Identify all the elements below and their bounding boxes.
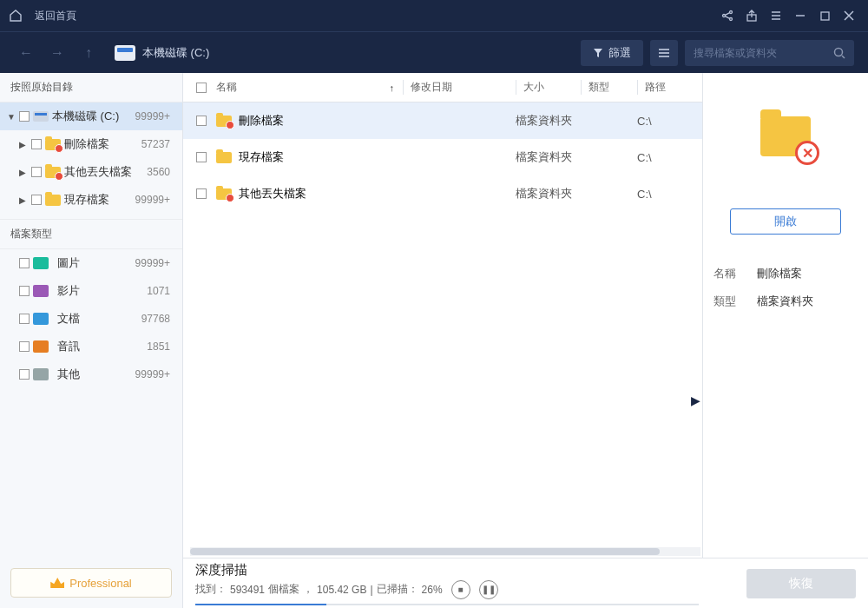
location-bar[interactable]: 本機磁碟 (C:) <box>115 45 209 61</box>
file-list: 名稱↑ 修改日期 大小 類型 路徑 刪除檔案檔案資料夾C:\現存檔案檔案資料夾C… <box>183 73 703 558</box>
pause-scan-button[interactable]: ❚❚ <box>479 580 498 599</box>
professional-button[interactable]: Professional <box>10 568 172 598</box>
tree-item[interactable]: ▼本機磁碟 (C:)99999+ <box>0 102 182 130</box>
up-button[interactable]: ↑ <box>76 41 101 65</box>
recover-button[interactable]: 恢復 <box>746 569 856 598</box>
menu-icon[interactable] <box>764 3 788 28</box>
export-icon[interactable] <box>740 3 764 28</box>
preview-panel: ✕ 開啟 名稱刪除檔案 類型檔案資料夾 ▶ <box>703 73 868 558</box>
type-icon <box>33 257 49 269</box>
type-label: 其他 <box>57 367 132 382</box>
type-checkbox[interactable] <box>19 341 30 352</box>
search-icon <box>833 47 845 59</box>
close-icon[interactable] <box>837 3 861 28</box>
type-item[interactable]: 文檔97768 <box>0 305 182 333</box>
expand-preview-icon[interactable]: ▶ <box>689 394 701 406</box>
row-name: 現存檔案 <box>239 149 284 165</box>
professional-label: Professional <box>69 577 132 590</box>
caret-icon[interactable]: ▶ <box>19 195 28 205</box>
type-icon <box>33 340 49 353</box>
row-type: 檔案資料夾 <box>516 149 637 165</box>
select-all-checkbox[interactable] <box>196 83 207 93</box>
tree-checkbox[interactable] <box>19 111 30 122</box>
row-name: 其他丟失檔案 <box>239 186 306 202</box>
scan-subtitle: 找到：593491個檔案 ，105.42 GB | 已掃描：26% ■ ❚❚ <box>195 580 736 599</box>
col-name-header[interactable]: 名稱↑ <box>213 80 403 95</box>
row-path: C:\ <box>637 151 702 164</box>
col-path-header[interactable]: 路徑 <box>637 80 702 95</box>
tree-count: 99999+ <box>135 194 175 206</box>
forward-button[interactable]: → <box>45 41 69 65</box>
back-button[interactable]: ← <box>14 41 38 65</box>
svg-point-1 <box>730 11 733 14</box>
tree-item[interactable]: ▶現存檔案99999+ <box>0 186 182 214</box>
list-row[interactable]: 刪除檔案檔案資料夾C:\ <box>183 102 702 139</box>
type-checkbox[interactable] <box>19 314 30 324</box>
view-list-button[interactable] <box>650 40 678 66</box>
minimize-icon[interactable] <box>788 3 812 28</box>
horizontal-scrollbar[interactable] <box>190 547 700 556</box>
svg-point-5 <box>835 48 843 56</box>
list-row[interactable]: 現存檔案檔案資料夾C:\ <box>183 139 702 175</box>
type-count: 99999+ <box>135 368 175 380</box>
search-box[interactable] <box>685 40 854 66</box>
preview-type-value: 檔案資料夾 <box>757 294 813 309</box>
row-checkbox[interactable] <box>196 116 207 126</box>
type-item[interactable]: 圖片99999+ <box>0 249 182 277</box>
location-text: 本機磁碟 (C:) <box>142 45 209 61</box>
svg-point-0 <box>723 15 726 17</box>
filter-label: 篩選 <box>608 45 631 61</box>
type-checkbox[interactable] <box>19 286 30 296</box>
stop-scan-button[interactable]: ■ <box>451 580 470 599</box>
scan-progress <box>195 604 699 605</box>
type-label: 圖片 <box>57 255 132 271</box>
row-name: 刪除檔案 <box>239 113 284 129</box>
tree-checkbox[interactable] <box>31 195 42 205</box>
type-count: 99999+ <box>135 257 175 269</box>
folder-icon <box>216 116 232 127</box>
col-size-header[interactable]: 大小 <box>516 80 581 95</box>
type-count: 1851 <box>147 340 175 353</box>
filter-button[interactable]: 篩選 <box>581 40 643 66</box>
type-count: 97768 <box>141 313 175 325</box>
home-icon[interactable] <box>7 7 24 24</box>
sidebar: 按照原始目錄 ▼本機磁碟 (C:)99999+▶刪除檔案57237▶其他丟失檔案… <box>0 73 183 608</box>
tree-checkbox[interactable] <box>31 139 42 149</box>
type-count: 1071 <box>147 285 175 297</box>
type-item[interactable]: 音訊1851 <box>0 333 182 360</box>
row-checkbox[interactable] <box>196 152 207 162</box>
row-type: 檔案資料夾 <box>516 113 637 129</box>
deleted-badge-icon: ✕ <box>795 141 819 165</box>
scan-title: 深度掃描 <box>195 562 736 578</box>
type-item[interactable]: 影片1071 <box>0 277 182 305</box>
caret-icon[interactable]: ▶ <box>19 140 28 149</box>
type-label: 音訊 <box>57 339 143 354</box>
sidebar-section-type: 檔案類型 <box>0 219 182 249</box>
svg-point-2 <box>730 18 733 21</box>
col-date-header[interactable]: 修改日期 <box>403 80 516 95</box>
folder-icon <box>45 167 61 178</box>
type-checkbox[interactable] <box>19 369 30 380</box>
list-row[interactable]: 其他丟失檔案檔案資料夾C:\ <box>183 175 702 212</box>
folder-icon <box>216 152 232 163</box>
type-icon <box>33 368 49 380</box>
type-label: 文檔 <box>57 311 138 327</box>
tree-item[interactable]: ▶刪除檔案57237 <box>0 130 182 158</box>
type-item[interactable]: 其他99999+ <box>0 360 182 388</box>
caret-icon[interactable]: ▶ <box>19 168 28 177</box>
search-input[interactable] <box>694 47 833 59</box>
tree-count: 57237 <box>141 138 175 150</box>
titlebar: 返回首頁 <box>0 0 868 31</box>
open-button[interactable]: 開啟 <box>730 208 841 235</box>
caret-icon[interactable]: ▼ <box>7 112 16 122</box>
share-icon[interactable] <box>715 3 740 28</box>
tree-checkbox[interactable] <box>31 167 42 177</box>
folder-icon <box>45 195 61 206</box>
col-type-header[interactable]: 類型 <box>581 80 637 95</box>
preview-type-key: 類型 <box>713 294 740 309</box>
maximize-icon[interactable] <box>812 3 837 28</box>
tree-item[interactable]: ▶其他丟失檔案3560 <box>0 158 182 186</box>
back-home-link[interactable]: 返回首頁 <box>35 9 76 23</box>
type-checkbox[interactable] <box>19 258 30 268</box>
row-checkbox[interactable] <box>196 188 207 199</box>
